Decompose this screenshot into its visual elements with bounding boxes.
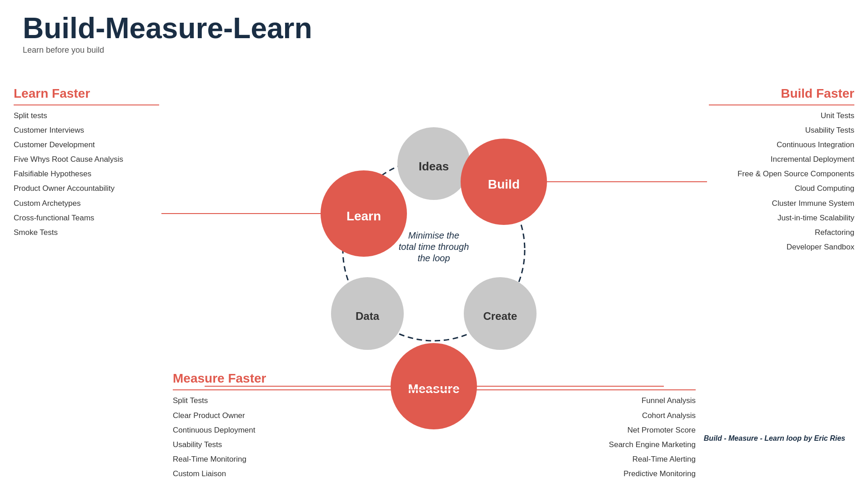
svg-text:total time through: total time through [399, 242, 469, 252]
list-item: Split Tests [173, 396, 408, 406]
list-item: Net Promoter Score [461, 425, 696, 435]
page-container: Build-Measure-Learn Learn before you bui… [0, 0, 868, 488]
svg-text:Build: Build [488, 177, 520, 191]
list-item: Clear Product Owner [173, 411, 408, 421]
list-item: Predictive Monitoring [461, 469, 696, 479]
measure-left-items: Split Tests Clear Product Owner Continuo… [173, 396, 408, 483]
svg-text:Data: Data [356, 310, 380, 322]
list-item: Cohort Analysis [461, 411, 696, 421]
measure-right-items: Funnel Analysis Cohort Analysis Net Prom… [461, 396, 696, 483]
measure-faster-panel: Measure Faster Split Tests Clear Product… [173, 371, 696, 483]
diagram-area: Learn Faster Split tests Customer Interv… [0, 59, 868, 488]
list-item: Usability Tests [173, 440, 408, 450]
attribution: Build - Measure - Learn loop by Eric Rie… [704, 434, 845, 443]
svg-text:Create: Create [483, 310, 517, 322]
svg-text:Minimise the: Minimise the [408, 230, 459, 240]
main-title: Build-Measure-Learn [23, 14, 845, 43]
list-item: Funnel Analysis [461, 396, 696, 406]
subtitle: Learn before you build [23, 45, 845, 55]
list-item: Search Engine Marketing [461, 440, 696, 450]
svg-text:Learn: Learn [346, 209, 381, 223]
measure-faster-divider [173, 389, 696, 390]
list-item: Custom Liaison [173, 469, 408, 479]
measure-faster-header: Measure Faster [173, 371, 696, 386]
list-item: Real-Time Monitoring [173, 454, 408, 464]
measure-items-row: Split Tests Clear Product Owner Continuo… [173, 396, 696, 483]
svg-text:the loop: the loop [417, 253, 450, 263]
list-item: Real-Time Alerting [461, 454, 696, 464]
svg-text:Ideas: Ideas [419, 159, 449, 173]
list-item: Continuous Deployment [173, 425, 408, 435]
